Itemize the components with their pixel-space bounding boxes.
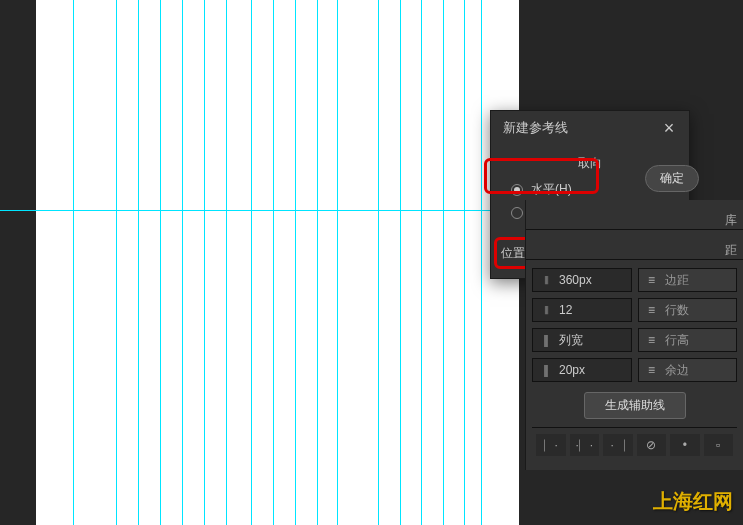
guide-vertical[interactable] bbox=[226, 0, 227, 525]
dialog-title: 新建参考线 bbox=[503, 119, 568, 137]
gutter-field[interactable]: ‖20px bbox=[532, 358, 632, 382]
guide-vertical[interactable] bbox=[337, 0, 338, 525]
width-field[interactable]: ⦀360px bbox=[532, 268, 632, 292]
guide-vertical[interactable] bbox=[204, 0, 205, 525]
watermark: 上海红网 bbox=[653, 488, 733, 515]
close-icon[interactable]: × bbox=[661, 120, 677, 136]
guide-vertical[interactable] bbox=[317, 0, 318, 525]
generate-guides-button[interactable]: 生成辅助线 bbox=[584, 392, 686, 419]
horizontal-label: 水平(H) bbox=[531, 181, 572, 198]
guide-vertical[interactable] bbox=[481, 0, 482, 525]
tab-distance[interactable]: 距 bbox=[725, 242, 737, 259]
columns-icon: ⦀ bbox=[539, 303, 553, 317]
canvas-area bbox=[0, 0, 523, 525]
tab-library[interactable]: 库 bbox=[725, 212, 737, 229]
columns-icon: ⦀ bbox=[539, 273, 553, 287]
rows-label: ≡行数 bbox=[638, 298, 738, 322]
bars-icon: ‖ bbox=[539, 363, 553, 377]
margin-label: ≡边距 bbox=[638, 268, 738, 292]
align-left-icon[interactable]: ⎸· bbox=[536, 434, 566, 456]
bars-icon: ‖ bbox=[539, 333, 553, 347]
guide-vertical[interactable] bbox=[295, 0, 296, 525]
dot-icon[interactable]: • bbox=[670, 434, 700, 456]
extra-label: ≡余边 bbox=[638, 358, 738, 382]
lines-icon: ≡ bbox=[645, 363, 659, 377]
guide-panel: 库 距 ⦀360px ≡边距 ⦀12 ≡行数 ‖列宽 ≡行高 ‖20px ≡余边… bbox=[525, 200, 743, 470]
align-center-h-icon[interactable]: ·⎸· bbox=[570, 434, 600, 456]
align-right-icon[interactable]: ·⎹ bbox=[603, 434, 633, 456]
guide-vertical[interactable] bbox=[73, 0, 74, 525]
guide-vertical[interactable] bbox=[421, 0, 422, 525]
lines-icon: ≡ bbox=[645, 303, 659, 317]
lines-icon: ≡ bbox=[645, 333, 659, 347]
guide-vertical[interactable] bbox=[116, 0, 117, 525]
clear-icon[interactable]: ⊘ bbox=[637, 434, 667, 456]
radio-icon bbox=[511, 184, 523, 196]
guide-vertical[interactable] bbox=[443, 0, 444, 525]
columns-field[interactable]: ⦀12 bbox=[532, 298, 632, 322]
lines-icon: ≡ bbox=[645, 273, 659, 287]
rowheight-label: ≡行高 bbox=[638, 328, 738, 352]
guide-vertical[interactable] bbox=[160, 0, 161, 525]
guide-horizontal[interactable] bbox=[0, 210, 523, 211]
guide-vertical[interactable] bbox=[251, 0, 252, 525]
guide-vertical[interactable] bbox=[378, 0, 379, 525]
guide-vertical[interactable] bbox=[182, 0, 183, 525]
radio-icon bbox=[511, 207, 523, 219]
artboard[interactable] bbox=[36, 0, 519, 525]
guide-vertical[interactable] bbox=[464, 0, 465, 525]
guide-vertical[interactable] bbox=[273, 0, 274, 525]
colwidth-field[interactable]: ‖列宽 bbox=[532, 328, 632, 352]
square-icon[interactable]: ▫ bbox=[704, 434, 734, 456]
guide-vertical[interactable] bbox=[138, 0, 139, 525]
ok-button[interactable]: 确定 bbox=[645, 165, 699, 192]
guide-vertical[interactable] bbox=[400, 0, 401, 525]
